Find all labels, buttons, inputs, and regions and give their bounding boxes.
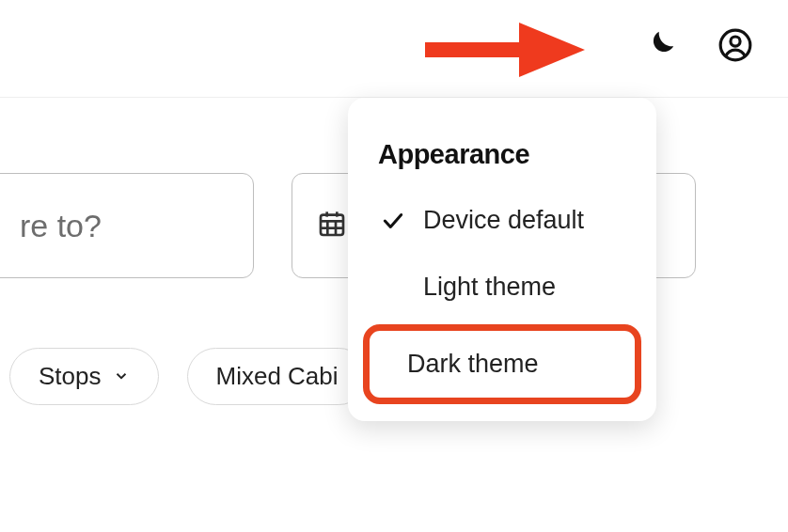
user-circle-icon: [717, 27, 753, 67]
option-label: Dark theme: [407, 350, 539, 379]
mixed-cabin-label: Mixed Cabi: [216, 362, 339, 391]
appearance-popover: Appearance Device default Light theme Da…: [348, 98, 656, 421]
check-icon: [380, 209, 406, 233]
filter-pills: Stops Mixed Cabi: [9, 348, 368, 405]
destination-placeholder: re to?: [20, 208, 102, 244]
stops-label: Stops: [39, 362, 102, 391]
appearance-option-light-theme[interactable]: Light theme: [357, 254, 647, 321]
svg-rect-4: [321, 215, 343, 235]
calendar-icon: [317, 209, 347, 243]
moon-icon: [642, 27, 678, 67]
highlight-box: Dark theme: [363, 324, 641, 404]
appearance-option-dark-theme[interactable]: Dark theme: [370, 331, 635, 398]
destination-input[interactable]: re to?: [0, 173, 254, 278]
option-label: Light theme: [423, 273, 556, 302]
svg-point-3: [731, 37, 740, 46]
option-label: Device default: [423, 206, 584, 235]
annotation-arrow: [425, 17, 585, 86]
profile-button[interactable]: [717, 28, 754, 66]
popover-title: Appearance: [357, 117, 647, 187]
theme-toggle-button[interactable]: [641, 28, 679, 66]
chevron-down-icon: [113, 362, 130, 391]
stops-filter[interactable]: Stops: [9, 348, 159, 405]
mixed-cabin-filter[interactable]: Mixed Cabi: [187, 348, 368, 405]
svg-marker-1: [519, 23, 585, 77]
header-bar: [0, 0, 788, 98]
appearance-option-device-default[interactable]: Device default: [357, 187, 647, 254]
